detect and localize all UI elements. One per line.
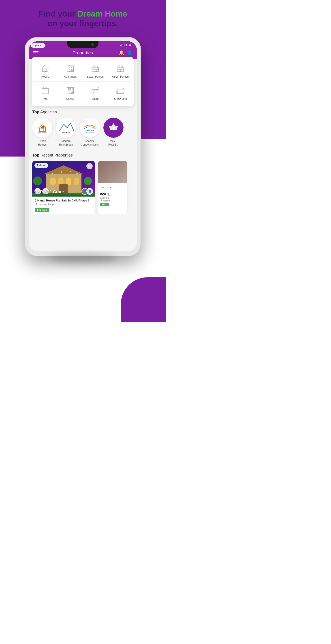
notch xyxy=(67,41,99,48)
house-label: House xyxy=(41,75,49,78)
shops-label: Shops xyxy=(92,97,99,100)
agencies-section-title: Top Agencies xyxy=(32,110,133,114)
share-button-2[interactable]: ⬆ xyxy=(100,185,106,191)
svg-point-56 xyxy=(52,173,53,174)
category-grid-row1: House xyxy=(34,60,132,80)
agency-item-urban-homes[interactable]: UH URBAN HOMES UrbanHomes xyxy=(32,118,52,146)
agency-circle-modern: MODERN REAL ESTATE xyxy=(56,118,76,138)
for-sale-badge-2: For... xyxy=(100,203,109,206)
svg-rect-29 xyxy=(94,91,97,94)
svg-point-26 xyxy=(72,92,73,92)
location-button-2[interactable]: 📍 xyxy=(107,185,114,191)
category-item-plot[interactable]: Plot xyxy=(34,82,57,103)
status-icons: ▾ ▭ xyxy=(120,43,132,46)
header-section: Find your Dream Home on your fingertips. xyxy=(0,0,166,33)
bell-icon[interactable]: 🔔 xyxy=(119,50,124,56)
svg-rect-4 xyxy=(70,67,71,68)
properties-title-bold: Top xyxy=(32,153,39,158)
svg-rect-11 xyxy=(92,68,99,72)
property-heart[interactable]: 🤍 xyxy=(86,163,93,169)
upper-portion-label: Upper Portion xyxy=(112,75,129,78)
svg-rect-23 xyxy=(68,90,69,92)
svg-rect-13 xyxy=(94,70,97,72)
category-item-upper-portion[interactable]: Upper Portion xyxy=(109,60,132,80)
header-line2: on your fingertips. xyxy=(48,19,118,28)
phone-screen: 9:41 ▾ ▭ Properties xyxy=(29,41,137,251)
category-item-lower-portion[interactable]: Lower Portion xyxy=(84,60,107,80)
price-hyderabad: PKR 1... xyxy=(100,192,125,196)
for-sale-badge: For Sale xyxy=(35,208,49,212)
category-grid-row2: Plot xyxy=(34,82,132,103)
agency-item-seaside[interactable]: SEASIDE CONDOMINIUMS SeasideCondominiums xyxy=(80,118,100,146)
avatar-row: 👤 👤 xyxy=(82,188,93,195)
svg-rect-22 xyxy=(72,88,73,90)
svg-rect-20 xyxy=(68,88,69,90)
category-item-house[interactable]: House xyxy=(34,60,57,80)
agencies-title-rest: Agencies xyxy=(39,110,57,114)
svg-point-58 xyxy=(70,171,71,172)
wifi-icon: ▾ xyxy=(126,43,127,46)
svg-rect-1 xyxy=(44,69,46,72)
plot-icon xyxy=(40,85,51,96)
agencies-title-bold: Top xyxy=(32,110,39,114)
page-wrapper: Find your Dream Home on your fingertips.… xyxy=(0,0,166,322)
svg-rect-48 xyxy=(66,178,71,185)
property-image-lahore: Lahore 🤍 ⬆ 📍 PKR 24.1 Crore 👤 👤 xyxy=(32,161,95,196)
property-card-lahore[interactable]: Lahore 🤍 ⬆ 📍 PKR 24.1 Crore 👤 👤 xyxy=(32,161,95,214)
agency-circle-seaside: SEASIDE CONDOMINIUMS xyxy=(80,118,100,138)
seaside-logo: SEASIDE CONDOMINIUMS xyxy=(82,121,98,134)
svg-text:REAL ESTATE: REAL ESTATE xyxy=(63,134,70,134)
svg-rect-30 xyxy=(93,90,94,91)
showroom-label: Showroom xyxy=(114,97,127,100)
bg-purple-bottom xyxy=(121,277,166,322)
svg-rect-46 xyxy=(50,178,56,185)
category-item-apartment[interactable]: Apartment xyxy=(59,60,82,80)
property-card-hyderabad[interactable]: Hydera... ⬆ 📍 PKR 1... 1,080 Sq xyxy=(98,161,127,214)
agency-item-modern[interactable]: MODERN REAL ESTATE ModernReal Estate xyxy=(56,118,76,146)
svg-rect-49 xyxy=(74,178,79,185)
svg-text:URBAN HOMES: URBAN HOMES xyxy=(38,132,47,133)
app-title: Properties xyxy=(73,50,93,56)
svg-point-55 xyxy=(84,177,92,185)
upper-portion-icon xyxy=(115,62,126,74)
category-item-showroom[interactable]: Showroom xyxy=(109,82,132,103)
agency-name-seaside: SeasideCondominiums xyxy=(81,140,99,146)
svg-rect-3 xyxy=(68,67,69,68)
apartment-icon xyxy=(65,62,76,74)
hamburger-menu[interactable] xyxy=(33,51,39,54)
shops-icon xyxy=(90,85,101,96)
svg-rect-5 xyxy=(68,69,69,70)
svg-rect-8 xyxy=(69,70,71,72)
main-content: Top Agencies UH xyxy=(29,106,137,218)
category-item-offices[interactable]: Offices xyxy=(59,82,82,103)
lower-portion-label: Lower Portion xyxy=(87,75,104,78)
svg-rect-31 xyxy=(96,90,98,91)
svg-rect-18 xyxy=(42,88,49,94)
property-price-lahore: PKR 24.1 Crore xyxy=(35,190,64,194)
signal-icon xyxy=(120,43,124,46)
svg-rect-0 xyxy=(42,68,48,72)
notch-camera xyxy=(91,43,94,46)
lower-portion-icon xyxy=(90,62,101,74)
modern-logo: MODERN REAL ESTATE xyxy=(58,121,74,134)
svg-point-57 xyxy=(61,171,62,173)
battery-icon: ▭ xyxy=(129,43,132,46)
profile-icon[interactable]: 👤 xyxy=(127,50,133,56)
svg-rect-21 xyxy=(70,88,71,90)
city-badge-lahore: Lahore xyxy=(35,163,48,168)
svg-rect-6 xyxy=(70,69,71,70)
svg-rect-32 xyxy=(117,90,124,94)
agency-name-urban-homes: UrbanHomes xyxy=(38,140,47,146)
agency-item-mayari[interactable]: May...Real E... xyxy=(103,118,124,146)
svg-rect-25 xyxy=(69,92,72,94)
hyderabad-actions: ⬆ 📍 xyxy=(100,185,125,191)
properties-row: Lahore 🤍 ⬆ 📍 PKR 24.1 Crore 👤 👤 xyxy=(32,161,133,214)
apartment-label: Apartment xyxy=(64,75,76,78)
properties-section-title: Top Recent Properties xyxy=(32,153,133,158)
agency-name-modern: ModernReal Estate xyxy=(59,140,73,146)
offices-label: Offices xyxy=(66,97,74,100)
phone-shadow xyxy=(49,254,116,263)
category-item-shops[interactable]: Shops xyxy=(84,82,107,103)
svg-rect-34 xyxy=(118,91,123,93)
header-title: Find your Dream Home on your fingertips. xyxy=(5,9,161,28)
